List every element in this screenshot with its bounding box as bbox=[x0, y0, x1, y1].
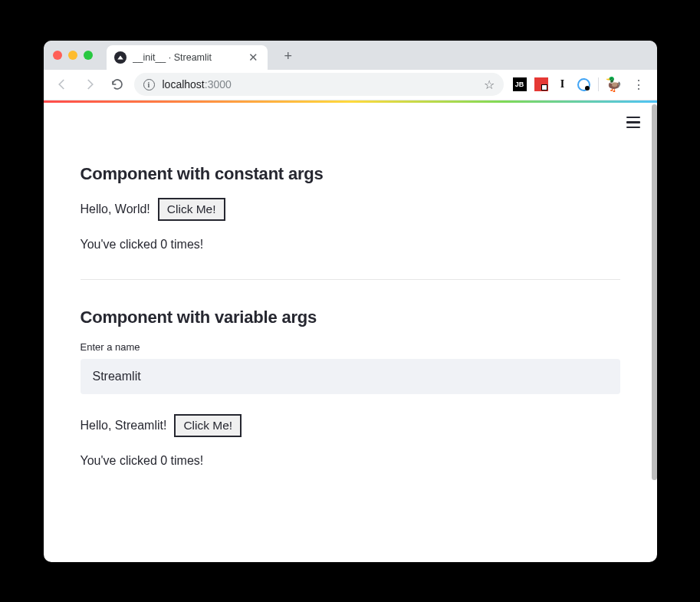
section1-status: You've clicked 0 times! bbox=[81, 238, 620, 252]
section1-title: Component with constant args bbox=[81, 164, 620, 184]
reload-button[interactable] bbox=[107, 74, 128, 95]
titlebar: __init__ · Streamlit ✕ + bbox=[44, 41, 657, 70]
back-button[interactable] bbox=[51, 74, 73, 95]
streamlit-favicon-icon bbox=[114, 51, 127, 64]
name-input[interactable] bbox=[81, 359, 620, 394]
main-content: Component with constant args Hello, Worl… bbox=[44, 103, 657, 518]
content-wrapper: Component with constant args Hello, Worl… bbox=[44, 103, 657, 562]
section1-click-button[interactable]: Click Me! bbox=[158, 198, 225, 221]
extension-circle-icon[interactable] bbox=[577, 78, 590, 91]
divider bbox=[81, 279, 620, 280]
extension-i-icon[interactable]: I bbox=[556, 77, 570, 91]
tab-close-button[interactable]: ✕ bbox=[247, 51, 260, 63]
browser-window: __init__ · Streamlit ✕ + i localhost:300… bbox=[44, 41, 657, 562]
toolbar: i localhost:3000 ☆ JB I 🦆 ⋮ bbox=[44, 70, 657, 100]
url-host: localhost bbox=[163, 78, 205, 90]
forward-button[interactable] bbox=[79, 74, 100, 95]
address-bar[interactable]: i localhost:3000 ☆ bbox=[134, 73, 504, 96]
extension-icons: JB I 🦆 ⋮ bbox=[510, 77, 649, 92]
tab-title: __init__ · Streamlit bbox=[133, 52, 241, 63]
section1-greeting-row: Hello, World! Click Me! bbox=[81, 198, 620, 221]
section2-greeting-row: Hello, Streamlit! Click Me! bbox=[81, 414, 620, 437]
section2-click-button[interactable]: Click Me! bbox=[174, 414, 242, 437]
browser-tab[interactable]: __init__ · Streamlit ✕ bbox=[107, 45, 268, 70]
section2-title: Component with variable args bbox=[81, 308, 620, 327]
name-input-label: Enter a name bbox=[81, 341, 620, 353]
extension-red-icon[interactable] bbox=[534, 77, 548, 91]
scrollbar[interactable] bbox=[652, 104, 657, 480]
extension-duck-icon[interactable]: 🦆 bbox=[606, 77, 620, 91]
section2-greeting: Hello, Streamlit! bbox=[81, 419, 167, 433]
new-tab-button[interactable]: + bbox=[284, 48, 293, 64]
bookmark-star-icon[interactable]: ☆ bbox=[484, 77, 495, 92]
window-maximize-button[interactable] bbox=[84, 51, 93, 60]
extension-jb-icon[interactable]: JB bbox=[513, 77, 527, 91]
app-menu-button[interactable] bbox=[626, 117, 640, 129]
traffic-lights bbox=[53, 51, 93, 60]
section1-greeting: Hello, World! bbox=[81, 202, 150, 216]
chrome-menu-button[interactable]: ⋮ bbox=[628, 77, 649, 92]
url-text: localhost:3000 bbox=[163, 78, 232, 90]
window-minimize-button[interactable] bbox=[68, 51, 77, 60]
url-port: :3000 bbox=[205, 78, 232, 90]
site-info-icon[interactable]: i bbox=[143, 79, 155, 90]
extension-separator bbox=[598, 77, 599, 91]
section2-status: You've clicked 0 times! bbox=[81, 454, 620, 468]
window-close-button[interactable] bbox=[53, 51, 62, 60]
